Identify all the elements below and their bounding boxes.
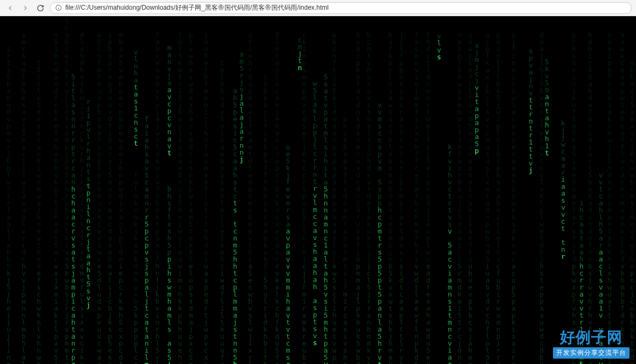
forward-button[interactable] [19, 2, 31, 14]
watermark: 好例子网 开发实例分享交流平台 [553, 329, 630, 359]
matrix-rain-canvas [0, 16, 636, 364]
page-viewport: 好例子网 开发实例分享交流平台 [0, 16, 636, 364]
reload-button[interactable] [35, 2, 46, 14]
watermark-subtitle: 开发实例分享交流平台 [553, 347, 630, 359]
site-info-icon[interactable] [54, 4, 62, 12]
url-text: file:///C:/Users/mahuidong/Downloads/好例子… [65, 3, 329, 12]
arrow-right-icon [22, 4, 29, 12]
browser-toolbar: file:///C:/Users/mahuidong/Downloads/好例子… [0, 0, 636, 16]
reload-icon [37, 4, 44, 12]
watermark-title: 好例子网 [553, 329, 630, 346]
back-button[interactable] [4, 2, 16, 14]
address-bar[interactable]: file:///C:/Users/mahuidong/Downloads/好例子… [50, 2, 632, 14]
arrow-left-icon [6, 4, 14, 12]
